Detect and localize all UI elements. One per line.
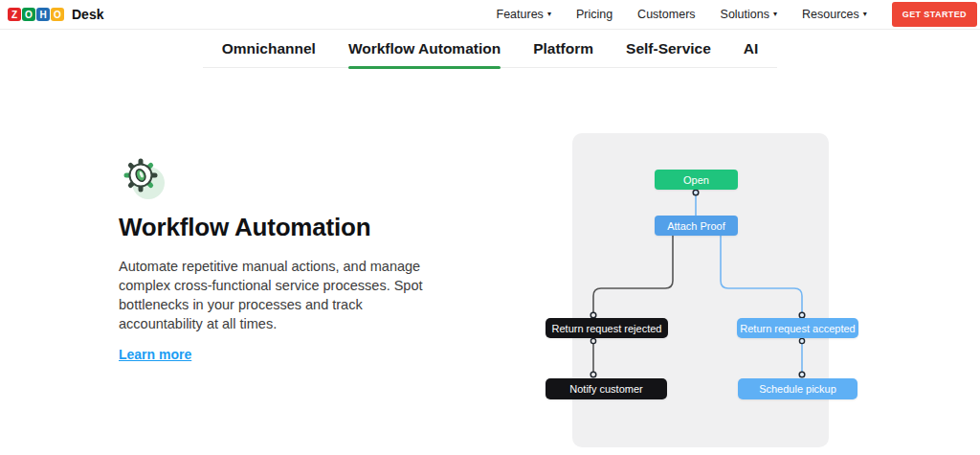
logo-tile-o2: O (51, 8, 64, 21)
page-title: Workflow Automation (119, 213, 434, 242)
feature-description: Automate repetitive manual actions, and … (119, 257, 430, 333)
nav-item-solutions[interactable]: Solutions ▾ (721, 8, 777, 21)
logo-tile-z: Z (8, 8, 21, 21)
workflow-node-schedule-pickup[interactable]: Schedule pickup (738, 378, 858, 399)
nav-label: Solutions (721, 8, 769, 21)
gear-icon (119, 153, 168, 203)
tab-ai[interactable]: AI (744, 40, 759, 67)
tab-label: Self-Service (626, 40, 711, 57)
top-header: Z O H O Desk Features ▾ Pricing Customer… (0, 0, 980, 30)
feature-tabs-row: Omnichannel Workflow Automation Platform… (0, 30, 980, 68)
nav-item-customers[interactable]: Customers (637, 8, 695, 21)
chevron-down-icon: ▾ (773, 11, 777, 18)
tab-label: Platform (533, 40, 593, 57)
zoho-logo-icon: Z O H O (8, 8, 64, 21)
feature-description-block: Workflow Automation Automate repetitive … (119, 153, 434, 363)
workflow-node-notify-customer[interactable]: Notify customer (546, 378, 667, 399)
tab-workflow-automation[interactable]: Workflow Automation (348, 40, 501, 67)
learn-more-link[interactable]: Learn more (119, 347, 191, 362)
tab-omnichannel[interactable]: Omnichannel (222, 40, 316, 67)
tab-self-service[interactable]: Self-Service (626, 40, 711, 67)
product-name: Desk (72, 7, 103, 22)
tab-platform[interactable]: Platform (533, 40, 593, 67)
nav-item-resources[interactable]: Resources ▾ (802, 8, 867, 21)
workflow-node-attach-proof[interactable]: Attach Proof (655, 216, 738, 236)
get-started-button[interactable]: GET STARTED (892, 2, 977, 27)
nav-label: Customers (637, 8, 695, 21)
nav-item-features[interactable]: Features ▾ (497, 8, 551, 21)
nav-label: Pricing (576, 8, 612, 21)
chevron-down-icon: ▾ (547, 11, 551, 18)
nav-label: Resources (802, 8, 859, 21)
brand-logo[interactable]: Z O H O Desk (8, 7, 103, 22)
nav-item-pricing[interactable]: Pricing (576, 8, 612, 21)
top-navigation: Features ▾ Pricing Customers Solutions ▾… (497, 2, 977, 27)
tab-label: Workflow Automation (348, 40, 501, 57)
tab-label: AI (744, 40, 759, 57)
nav-label: Features (497, 8, 544, 21)
chevron-down-icon: ▾ (863, 11, 867, 18)
workflow-node-return-request-accepted[interactable]: Return request accepted (737, 318, 858, 338)
tab-label: Omnichannel (222, 40, 316, 57)
logo-tile-o1: O (22, 8, 35, 21)
workflow-node-return-request-rejected[interactable]: Return request rejected (546, 318, 668, 338)
workflow-node-open[interactable]: Open (655, 170, 738, 190)
feature-tabs: Omnichannel Workflow Automation Platform… (203, 30, 777, 68)
zoho-desk-page: Z O H O Desk Features ▾ Pricing Customer… (0, 0, 980, 455)
logo-tile-h: H (36, 8, 50, 21)
active-tab-underline (348, 66, 501, 69)
